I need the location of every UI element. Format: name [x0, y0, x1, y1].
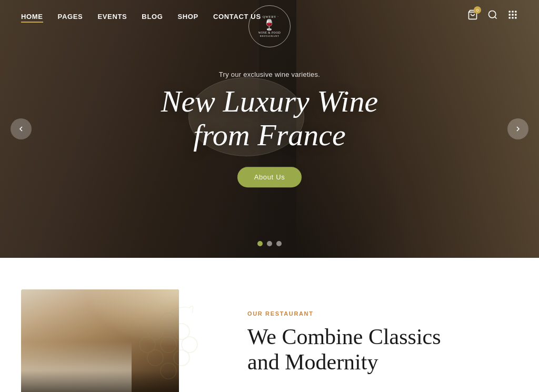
header-actions: 0 — [467, 9, 518, 23]
hero-cta-button[interactable]: About Us — [237, 167, 302, 187]
svg-rect-4 — [512, 11, 513, 13]
logo-sub-text: RESTAURANT — [260, 35, 280, 37]
hero-dot-2[interactable] — [267, 241, 272, 246]
hero-dot-3[interactable] — [276, 241, 282, 246]
svg-point-19 — [174, 350, 189, 366]
nav-link-pages[interactable]: PAGES — [58, 13, 83, 21]
nav-link-shop[interactable]: SHOP — [178, 13, 198, 21]
section-label: OUR RESTAURANT — [247, 310, 518, 317]
about-section: OUR RESTAURANT We Combine Classicsand Mo… — [0, 258, 539, 392]
svg-point-18 — [147, 350, 163, 366]
logo-bottom-text: WINE & FOOD — [258, 31, 281, 34]
svg-line-2 — [495, 17, 497, 19]
svg-rect-11 — [515, 17, 516, 18]
svg-rect-5 — [515, 11, 516, 13]
hero-section: HOME PAGES EVENTS BLOG SHOP CO — [0, 0, 539, 258]
hero-next-button[interactable] — [507, 118, 528, 139]
svg-rect-9 — [509, 17, 511, 18]
svg-point-20 — [161, 363, 176, 379]
site-logo[interactable]: · QWERY · 🍷 WINE & FOOD RESTAURANT — [248, 5, 291, 47]
logo-top-text: · QWERY · — [260, 15, 279, 18]
svg-rect-10 — [512, 17, 513, 18]
svg-rect-8 — [515, 14, 516, 15]
site-header: HOME PAGES EVENTS BLOG SHOP CO — [0, 0, 539, 32]
nav-item-shop[interactable]: SHOP — [178, 12, 198, 21]
hero-prev-button[interactable] — [11, 118, 32, 139]
hero-title: New Luxury Winefrom France — [133, 85, 406, 152]
svg-point-12 — [161, 313, 176, 329]
cart-button[interactable]: 0 — [467, 9, 478, 23]
svg-rect-7 — [512, 14, 513, 15]
nav-item-events[interactable]: EVENTS — [97, 12, 127, 21]
search-button[interactable] — [487, 9, 498, 23]
grid-menu-button[interactable] — [507, 9, 518, 23]
nav-links: HOME PAGES EVENTS BLOG SHOP CO — [21, 12, 261, 21]
nav-item-home[interactable]: HOME — [21, 12, 43, 21]
hero-dots — [257, 241, 282, 246]
cart-badge: 0 — [474, 6, 481, 14]
hero-content: Try our exclusive wine varieties. New Lu… — [133, 71, 406, 187]
svg-rect-3 — [509, 11, 511, 13]
nav-item-pages[interactable]: PAGES — [58, 12, 83, 21]
about-text-area: OUR RESTAURANT We Combine Classicsand Mo… — [216, 289, 518, 375]
main-nav: HOME PAGES EVENTS BLOG SHOP CO — [21, 12, 261, 21]
about-image-area — [21, 289, 216, 392]
nav-item-blog[interactable]: BLOG — [142, 12, 163, 21]
grape-decoration-icon — [126, 300, 211, 384]
svg-point-1 — [489, 11, 496, 18]
nav-link-blog[interactable]: BLOG — [142, 13, 163, 21]
svg-rect-6 — [509, 14, 511, 15]
logo-wine-glass-icon: 🍷 — [263, 19, 276, 30]
hero-dot-1[interactable] — [257, 241, 263, 246]
hero-subtitle: Try our exclusive wine varieties. — [133, 71, 406, 78]
hero-banner: HOME PAGES EVENTS BLOG SHOP CO — [0, 0, 539, 258]
section-title: We Combine Classicsand Modernity — [247, 324, 518, 375]
nav-link-home[interactable]: HOME — [21, 13, 43, 23]
nav-link-events[interactable]: EVENTS — [97, 13, 127, 21]
svg-point-16 — [161, 337, 176, 353]
